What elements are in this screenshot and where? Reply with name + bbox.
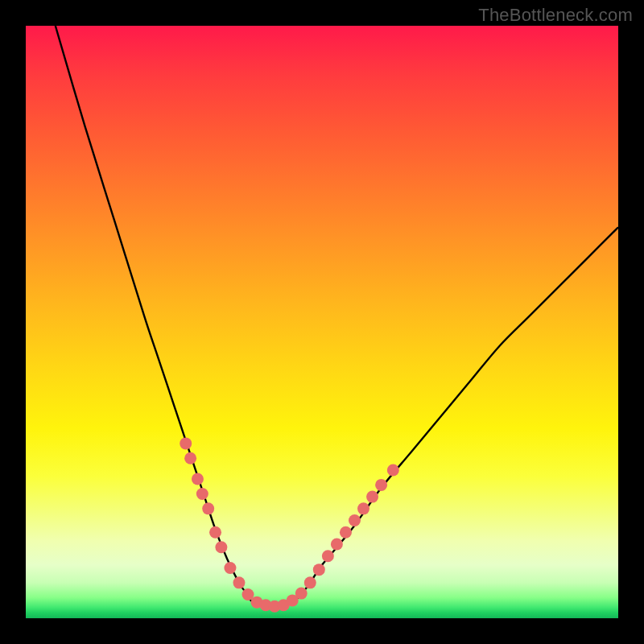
data-point: [224, 562, 236, 574]
chart-frame: TheBottleneck.com: [0, 0, 644, 644]
data-point: [202, 502, 214, 514]
plot-area: [26, 26, 618, 618]
data-point: [192, 473, 204, 485]
data-point: [196, 488, 208, 500]
chart-svg: [26, 26, 618, 618]
data-point: [313, 564, 325, 576]
curve-points: [180, 437, 399, 612]
data-point: [366, 491, 378, 503]
data-point: [340, 526, 352, 539]
data-point: [375, 479, 387, 491]
data-point: [295, 588, 308, 600]
data-point: [184, 452, 196, 464]
data-point: [322, 550, 334, 562]
data-point: [215, 541, 227, 553]
data-point: [387, 464, 399, 477]
data-point: [233, 576, 245, 588]
watermark-text: TheBottleneck.com: [478, 5, 633, 26]
data-point: [209, 526, 221, 539]
data-point: [331, 539, 343, 551]
bottleneck-curve: [56, 26, 618, 606]
data-point: [357, 502, 369, 514]
data-point: [180, 437, 192, 449]
data-point: [349, 514, 361, 526]
data-point: [304, 576, 316, 588]
